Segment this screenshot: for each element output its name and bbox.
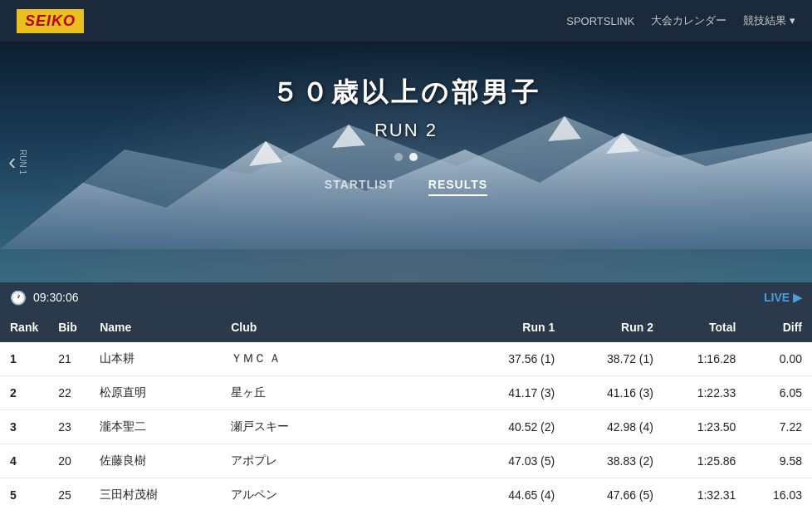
cell-rank: 4 xyxy=(0,444,48,478)
clock-icon: 🕐 xyxy=(10,290,27,306)
cell-name: 松原直明 xyxy=(90,376,221,410)
cell-run1: 47.03 (5) xyxy=(466,444,565,478)
cell-bib: 25 xyxy=(48,478,90,506)
col-header-club: Club xyxy=(221,312,466,342)
cell-rank: 3 xyxy=(0,410,48,444)
table-row: 5 25 三田村茂樹 アルペン 44.65 (4) 47.66 (5) 1:32… xyxy=(0,478,812,506)
cell-total: 1:22.33 xyxy=(663,376,746,410)
run-label: RUN 1 xyxy=(18,150,27,174)
col-header-name: Name xyxy=(90,312,221,342)
table-row: 1 21 山本耕 ＹＭＣ Ａ 37.56 (1) 38.72 (1) 1:16.… xyxy=(0,342,812,376)
cell-club: 星ヶ丘 xyxy=(221,376,466,410)
header: SEIKO SPORTSLINK 大会カレンダー 競技結果 xyxy=(0,0,812,42)
cell-total: 1:23.50 xyxy=(663,410,746,444)
cell-run1: 44.65 (4) xyxy=(466,478,565,506)
cell-rank: 2 xyxy=(0,376,48,410)
cell-run1: 37.56 (1) xyxy=(466,342,565,376)
cell-rank: 1 xyxy=(0,342,48,376)
cell-diff: 9.58 xyxy=(746,444,812,478)
status-left: 🕐 09:30:06 xyxy=(10,290,79,306)
cell-name: 瀧本聖二 xyxy=(90,410,221,444)
cell-run2: 41.16 (3) xyxy=(565,376,663,410)
table-row: 4 20 佐藤良樹 アポプレ 47.03 (5) 38.83 (2) 1:25.… xyxy=(0,444,812,478)
carousel-dots xyxy=(0,153,812,161)
results-table: Rank Bib Name Club Run 1 Run 2 Total Dif… xyxy=(0,312,812,505)
cell-name: 佐藤良樹 xyxy=(90,444,221,478)
col-header-bib: Bib xyxy=(48,312,90,342)
dot-2[interactable] xyxy=(409,153,418,161)
tab-startlist[interactable]: STARTLIST xyxy=(325,178,395,196)
cell-diff: 16.03 xyxy=(746,478,812,506)
status-bar: 🕐 09:30:06 LIVE ▶ xyxy=(0,282,812,312)
col-header-run1: Run 1 xyxy=(466,312,565,342)
seiko-logo: SEIKO xyxy=(17,9,84,33)
status-time: 09:30:06 xyxy=(33,291,79,304)
hero-subtitle: RUN 2 xyxy=(0,120,812,141)
nav-results[interactable]: 競技結果 xyxy=(743,13,795,28)
hero-title: ５０歳以上の部男子 xyxy=(0,75,812,111)
dot-1[interactable] xyxy=(394,153,403,161)
cell-name: 山本耕 xyxy=(90,342,221,376)
cell-club: アポプレ xyxy=(221,444,466,478)
cell-total: 1:16.28 xyxy=(663,342,746,376)
results-table-container: Rank Bib Name Club Run 1 Run 2 Total Dif… xyxy=(0,312,812,505)
cell-bib: 21 xyxy=(48,342,90,376)
tab-bar: STARTLIST RESULTS xyxy=(0,178,812,196)
col-header-diff: Diff xyxy=(746,312,812,342)
cell-run2: 38.83 (2) xyxy=(565,444,663,478)
cell-name: 三田村茂樹 xyxy=(90,478,221,506)
table-header-row: Rank Bib Name Club Run 1 Run 2 Total Dif… xyxy=(0,312,812,342)
cell-club: アルペン xyxy=(221,478,466,506)
live-badge: LIVE ▶ xyxy=(764,291,802,304)
cell-total: 1:25.86 xyxy=(663,444,746,478)
cell-run2: 38.72 (1) xyxy=(565,342,663,376)
prev-arrow[interactable]: ‹ xyxy=(8,149,16,175)
cell-diff: 6.05 xyxy=(746,376,812,410)
col-header-total: Total xyxy=(663,312,746,342)
cell-bib: 22 xyxy=(48,376,90,410)
hero-content: ５０歳以上の部男子 RUN 2 STARTLIST RESULTS xyxy=(0,42,812,196)
cell-bib: 20 xyxy=(48,444,90,478)
cell-rank: 5 xyxy=(0,478,48,506)
cell-diff: 0.00 xyxy=(746,342,812,376)
col-header-run2: Run 2 xyxy=(565,312,663,342)
cell-club: ＹＭＣ Ａ xyxy=(221,342,466,376)
col-header-rank: Rank xyxy=(0,312,48,342)
table-body: 1 21 山本耕 ＹＭＣ Ａ 37.56 (1) 38.72 (1) 1:16.… xyxy=(0,342,812,505)
cell-diff: 7.22 xyxy=(746,410,812,444)
table-row: 3 23 瀧本聖二 瀬戸スキー 40.52 (2) 42.98 (4) 1:23… xyxy=(0,410,812,444)
cell-run1: 40.52 (2) xyxy=(466,410,565,444)
tab-results[interactable]: RESULTS xyxy=(428,178,487,196)
nav-links: SPORTSLINK 大会カレンダー 競技結果 xyxy=(566,13,795,28)
nav-sportslink[interactable]: SPORTSLINK xyxy=(566,15,634,27)
cell-run2: 42.98 (4) xyxy=(565,410,663,444)
cell-run2: 47.66 (5) xyxy=(565,478,663,506)
cell-bib: 23 xyxy=(48,410,90,444)
nav-calendar[interactable]: 大会カレンダー xyxy=(651,13,726,28)
cell-club: 瀬戸スキー xyxy=(221,410,466,444)
hero-section: ‹ RUN 1 ５０歳以上の部男子 RUN 2 STARTLIST RESULT… xyxy=(0,42,812,282)
table-row: 2 22 松原直明 星ヶ丘 41.17 (3) 41.16 (3) 1:22.3… xyxy=(0,376,812,410)
cell-run1: 41.17 (3) xyxy=(466,376,565,410)
cell-total: 1:32.31 xyxy=(663,478,746,506)
